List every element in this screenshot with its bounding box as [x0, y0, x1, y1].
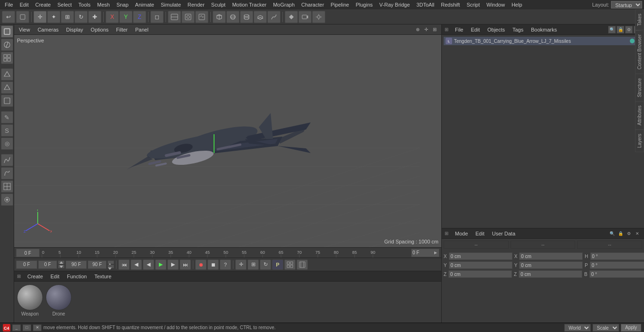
- frame-down-btn[interactable]: [58, 265, 65, 268]
- side-tab-takes[interactable]: Takes: [635, 24, 644, 30]
- mat-create-menu[interactable]: Create: [25, 273, 45, 280]
- material-weapon-sphere[interactable]: [17, 284, 43, 310]
- end-frame2-input[interactable]: [88, 260, 107, 269]
- world-dropdown[interactable]: World: [564, 324, 591, 332]
- key-grid-btn[interactable]: [284, 259, 296, 270]
- object-row-main[interactable]: L Tengden_TB_001_Carrying_Blue_Arrow_LJ_…: [444, 37, 642, 45]
- menu-edit[interactable]: Edit: [17, 1, 32, 8]
- z-axis-button[interactable]: Z: [133, 11, 146, 23]
- viewport-ctrl-move[interactable]: ✛: [422, 26, 430, 33]
- menu-select[interactable]: Select: [55, 1, 75, 8]
- key-p-btn[interactable]: P: [272, 259, 283, 270]
- sculpt-mode-btn[interactable]: S: [1, 124, 13, 137]
- key-film-btn[interactable]: [297, 259, 308, 270]
- menu-motion-tracker[interactable]: Motion Tracker: [229, 1, 269, 8]
- menu-window[interactable]: Window: [484, 1, 508, 8]
- record-btn[interactable]: ⏺: [195, 259, 206, 270]
- key-box-btn[interactable]: ⊞: [248, 259, 259, 270]
- side-tab-layers[interactable]: Layers: [635, 130, 644, 152]
- attr-y-rot-input[interactable]: [519, 261, 583, 269]
- attr-b-input[interactable]: [589, 270, 644, 278]
- endframe-up-btn[interactable]: [107, 260, 114, 264]
- scale-mode-button[interactable]: ⊞: [61, 11, 74, 23]
- menu-vray[interactable]: V-Ray Bridge: [377, 1, 413, 8]
- obj-tags-menu[interactable]: Tags: [511, 26, 525, 33]
- viewport-options-menu[interactable]: Options: [89, 26, 110, 33]
- render-region-button[interactable]: [168, 11, 181, 23]
- go-to-end-btn[interactable]: ⏭: [180, 259, 191, 270]
- menu-animate[interactable]: Animate: [132, 1, 157, 8]
- key-circle-btn[interactable]: ↻: [260, 259, 271, 270]
- attr-edit-menu[interactable]: Edit: [474, 230, 487, 237]
- menu-simulate[interactable]: Simulate: [158, 1, 184, 8]
- polygon-mode-btn[interactable]: [1, 95, 13, 107]
- viewport[interactable]: Perspective Grid Spacing : 1000 cm X Y Z: [14, 35, 441, 247]
- end-frame-input[interactable]: [66, 260, 87, 269]
- attr-userdata-menu[interactable]: User Data: [490, 230, 518, 237]
- rotate-mode-button[interactable]: ↻: [74, 11, 88, 23]
- play-back-btn[interactable]: ◀: [143, 259, 154, 270]
- attr-lock-icon[interactable]: 🔒: [617, 230, 624, 237]
- attr-z-rot-input[interactable]: [519, 270, 582, 278]
- obj-bookmarks-menu[interactable]: Bookmarks: [529, 26, 559, 33]
- obj-settings-btn[interactable]: ⚙: [625, 26, 633, 33]
- status-minimize-btn[interactable]: _: [12, 324, 21, 331]
- edge-mode-btn[interactable]: [1, 81, 13, 94]
- help-btn[interactable]: ?: [220, 259, 231, 270]
- viewport-ctrl-maximize[interactable]: ⊞: [431, 26, 438, 33]
- cylinder-button[interactable]: [240, 11, 253, 23]
- attr-mode-menu[interactable]: Mode: [453, 230, 470, 237]
- obj-lock-btn[interactable]: 🔒: [617, 26, 624, 33]
- menu-file[interactable]: File: [2, 1, 16, 8]
- camera-button[interactable]: [298, 11, 312, 23]
- viewport-display-menu[interactable]: Display: [64, 26, 85, 33]
- apply-button[interactable]: Apply: [621, 324, 641, 332]
- key-plus-btn[interactable]: ✛: [235, 259, 247, 270]
- material-weapon[interactable]: Weapon: [17, 284, 43, 320]
- timeline-ruler[interactable]: 0 5 10 15 20 25 30 35 40 45 50 55 60 65: [40, 248, 411, 258]
- mat-texture-menu[interactable]: Texture: [92, 273, 113, 280]
- subdivision-btn[interactable]: [1, 52, 13, 64]
- endframe-down-btn[interactable]: [107, 265, 114, 268]
- menu-sculpt[interactable]: Sculpt: [208, 1, 229, 8]
- start-frame-input[interactable]: [16, 260, 37, 269]
- side-tab-attributes[interactable]: Attributes: [635, 101, 644, 130]
- side-tab-structure[interactable]: Structure: [635, 74, 644, 102]
- attr-z-pos-input[interactable]: [448, 270, 512, 278]
- deform-mode-btn[interactable]: [1, 167, 13, 179]
- select-mode-button[interactable]: ✛: [33, 11, 47, 23]
- menu-tools[interactable]: Tools: [75, 1, 93, 8]
- menu-create[interactable]: Create: [33, 1, 54, 8]
- transform-mode-button[interactable]: ✚: [88, 11, 101, 23]
- snap-mode-btn[interactable]: [1, 194, 13, 206]
- material-drone-sphere[interactable]: [46, 284, 72, 310]
- go-to-start-btn[interactable]: ⏮: [118, 259, 130, 270]
- plane-button[interactable]: [254, 11, 267, 23]
- light-button[interactable]: [312, 11, 325, 23]
- step-back-btn[interactable]: ◀: [131, 259, 142, 270]
- attr-h-input[interactable]: [590, 252, 644, 260]
- freehand-button[interactable]: [267, 11, 281, 23]
- obj-file-menu[interactable]: File: [453, 26, 465, 33]
- render-picture-viewer-button[interactable]: [182, 11, 195, 23]
- paint-mode-btn[interactable]: ◎: [1, 138, 13, 150]
- grid-mode-btn[interactable]: [1, 180, 13, 193]
- render-active-view-button[interactable]: [195, 11, 208, 23]
- sphere-button[interactable]: [226, 11, 239, 23]
- obj-objects-menu[interactable]: Objects: [486, 26, 507, 33]
- frame-up-btn[interactable]: [58, 260, 65, 264]
- menu-pipeline[interactable]: Pipeline: [328, 1, 352, 8]
- obj-search-btn[interactable]: 🔍: [608, 26, 616, 33]
- texture-mode-btn[interactable]: [1, 39, 13, 51]
- step-fwd-btn[interactable]: ▶: [167, 259, 179, 270]
- menu-mesh[interactable]: Mesh: [94, 1, 113, 8]
- brush-mode-btn[interactable]: ✎: [1, 111, 13, 123]
- attr-x-rot-input[interactable]: [519, 252, 583, 260]
- menu-snap[interactable]: Snap: [114, 1, 132, 8]
- scale-dropdown[interactable]: Scale: [593, 324, 619, 332]
- menu-render[interactable]: Render: [185, 1, 207, 8]
- side-tab-content-browser[interactable]: Content Browser: [635, 30, 644, 73]
- stop-btn[interactable]: ⏹: [207, 259, 219, 270]
- menu-mograph[interactable]: MoGraph: [270, 1, 297, 8]
- menu-script[interactable]: Script: [464, 1, 483, 8]
